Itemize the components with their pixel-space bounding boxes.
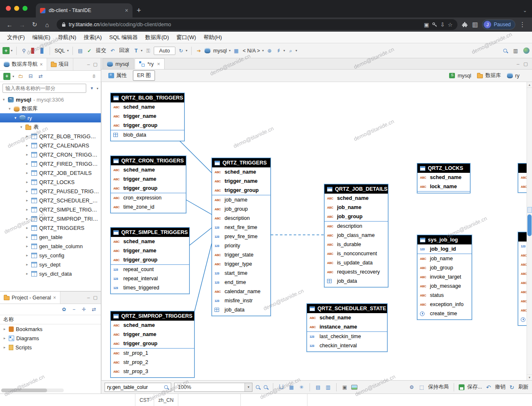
er-table-header[interactable]: sys_job_log (417, 235, 472, 244)
print-icon[interactable] (341, 384, 348, 391)
diagram-search-input[interactable] (107, 384, 162, 390)
tree-expand-arrow[interactable]: ▸ (2, 345, 7, 349)
scroll-up-arrow[interactable]: ▲ (527, 82, 532, 88)
editor-tab-ry[interactable]: *ry × (135, 58, 165, 69)
chevron-down-icon[interactable] (12, 75, 14, 78)
chevron-down-icon[interactable] (262, 49, 264, 52)
tab-er-diagram[interactable]: ER 图 (133, 70, 155, 81)
collapse-all-icon[interactable] (27, 73, 34, 80)
tree-item-QRTZ_BLOB_TRIGGERS[interactable]: ▸QRTZ_BLOB_TRIGGERS (0, 132, 101, 141)
er-table-header[interactable]: QRTZ_JOB_DETAILS (325, 184, 388, 194)
tab-project-general[interactable]: Project - General × (0, 291, 60, 304)
er-table-QRTZ_SCHEDULER_STATE[interactable]: QRTZ_SCHEDULER_STATEABCsched_nameABCinst… (307, 304, 387, 352)
menu-dots-icon[interactable]: ⋮ (517, 21, 528, 28)
er-table-QRTZ_BLOB_TRIGGERS[interactable]: QRTZ_BLOB_TRIGGERSABCsched_nameABCtrigge… (110, 93, 185, 141)
auto-commit-button[interactable]: Auto (154, 47, 175, 55)
menu-item-0[interactable]: 文件(F) (3, 32, 29, 42)
back-icon[interactable]: ← (4, 21, 15, 28)
palette-toggle[interactable] (527, 207, 532, 213)
tree-expand-arrow[interactable]: ▸ (25, 189, 29, 193)
tree-expand-arrow[interactable]: ▸ (2, 327, 7, 331)
tree-item-QRTZ_JOB_DETAILS[interactable]: ▸QRTZ_JOB_DETAILS (0, 168, 101, 177)
frame-icon[interactable] (418, 384, 425, 391)
browser-tab[interactable]: db-client - TitanIDE × (36, 3, 132, 17)
tab-properties[interactable]: 属性 (105, 71, 130, 80)
chevron-down-icon[interactable] (67, 49, 69, 52)
tree-expand-arrow[interactable]: ▸ (25, 226, 29, 230)
er-table-QRTZ_SIMPLE_TRIGGERS[interactable]: QRTZ_SIMPLE_TRIGGERSABCsched_nameABCtrig… (110, 227, 190, 294)
menu-item-6[interactable]: 窗口(W) (173, 32, 200, 42)
tree-item-QRTZ_CRON_TRIGGERS[interactable]: ▸QRTZ_CRON_TRIGGERS (0, 150, 101, 159)
rollback-icon[interactable] (109, 47, 116, 54)
url-omnibox[interactable]: try.titanide.cn/ide/web/coding/db-client… (57, 19, 457, 30)
tree-item-表[interactable]: ▾表 (0, 122, 101, 132)
menu-item-4[interactable]: SQL 编辑器 (105, 32, 141, 42)
navigate-icon[interactable] (195, 47, 202, 54)
tree-expand-arrow[interactable]: ▸ (25, 271, 29, 276)
new-connection-icon[interactable] (3, 73, 10, 80)
tree-expand-arrow[interactable]: ▸ (25, 244, 29, 248)
new-sql-editor-icon[interactable] (77, 47, 84, 54)
chevron-down-icon[interactable] (141, 49, 142, 52)
tree-item-QRTZ_TRIGGERS[interactable]: ▸QRTZ_TRIGGERS (0, 223, 101, 232)
sync-icon[interactable] (90, 306, 97, 313)
er-table-header[interactable]: QRTZ_BLOB_TRIGGERS (111, 93, 184, 102)
tree-expand-arrow[interactable]: ▸ (25, 235, 29, 239)
menu-item-3[interactable]: 搜索(A) (80, 32, 105, 42)
routing-icon[interactable] (298, 384, 305, 391)
context-schema[interactable]: ry (515, 73, 520, 79)
menu-item-7[interactable]: 帮助(H) (200, 32, 225, 42)
new-tab-button[interactable]: + (137, 6, 141, 15)
tab-database-navigator[interactable]: 数据库导航 × (0, 58, 47, 70)
project-item-Scripts[interactable]: ▸Scripts (0, 343, 101, 352)
tree-expand-arrow[interactable]: ▸ (25, 217, 29, 221)
panel-layout-icon[interactable] (512, 47, 519, 54)
expand-icon[interactable] (80, 306, 87, 313)
tree-item-数据库[interactable]: ▾数据库 (0, 104, 101, 113)
transaction-icon[interactable] (132, 47, 140, 54)
tree-expand-arrow[interactable]: ▸ (25, 162, 29, 166)
settings-icon[interactable] (60, 306, 67, 313)
lock-mode-icon[interactable] (145, 47, 152, 54)
vertical-scrollbar[interactable]: ▲ ▼ (527, 82, 532, 380)
network-icon[interactable] (275, 47, 282, 54)
pin-icon[interactable] (20, 47, 27, 54)
maximize-window-button[interactable] (22, 6, 27, 11)
notation-icon[interactable] (315, 384, 322, 391)
tree-expand-arrow[interactable]: ▸ (25, 253, 29, 257)
er-table-header[interactable]: QRTZ_TRIGGERS (212, 158, 270, 167)
chevron-down-icon[interactable] (186, 49, 187, 52)
minimize-editor-icon[interactable] (517, 61, 519, 67)
menu-item-5[interactable]: 数据库(D) (142, 32, 173, 42)
tree-item-sys_dict_data[interactable]: ▸sys_dict_data (0, 269, 101, 278)
grid-toggle-icon[interactable] (288, 384, 295, 391)
chevron-down-icon[interactable] (295, 49, 297, 52)
tree-item-QRTZ_LOCKS[interactable]: ▸QRTZ_LOCKS (0, 177, 101, 187)
new-folder-icon[interactable] (17, 73, 24, 80)
minimize-window-button[interactable] (14, 6, 19, 11)
close-icon[interactable]: × (40, 62, 43, 67)
tree-expand-arrow[interactable]: ▸ (25, 134, 29, 138)
frame-icon[interactable]: ▣ (424, 22, 429, 28)
refresh-icon[interactable] (177, 47, 185, 54)
er-table-header[interactable]: QRTZ_SIMPLE_TRIGGERS (111, 228, 189, 237)
tree-item-gen_table[interactable]: ▸gen_table (0, 232, 101, 242)
tree-expand-arrow[interactable]: ▸ (2, 336, 7, 340)
er-table-sys_job_log[interactable]: sys_job_log123job_log_idABCjob_nameABCjo… (417, 235, 472, 320)
tree-expand-arrow[interactable]: ▸ (25, 207, 29, 212)
auto-layout-icon[interactable] (278, 384, 285, 391)
table-filter-input[interactable] (2, 84, 86, 93)
extensions-puzzle-icon[interactable] (462, 22, 468, 28)
er-table-QRTZ_JOB_DETAILS[interactable]: QRTZ_JOB_DETAILSABCsched_nameABCjob_name… (324, 184, 388, 287)
er-table-QRTZ_TRIGGERS[interactable]: QRTZ_TRIGGERSABCsched_nameABCtrigger_nam… (212, 158, 271, 316)
grid-icon[interactable] (232, 47, 240, 54)
maximize-panel-icon[interactable] (93, 295, 97, 300)
sidebar-toggle-icon[interactable]: ▥ (470, 21, 480, 28)
download-icon[interactable]: ⇩ (440, 22, 445, 28)
tree-expand-arrow[interactable]: ▾ (13, 116, 17, 120)
search-magnifier-icon[interactable] (164, 385, 169, 390)
er-table-header[interactable]: QRTZ_LOCKS (417, 164, 470, 173)
keep-layout-button[interactable]: 保持布局 (428, 384, 449, 391)
close-window-button[interactable] (6, 6, 11, 11)
profile-chip[interactable]: J Paused (482, 20, 515, 30)
